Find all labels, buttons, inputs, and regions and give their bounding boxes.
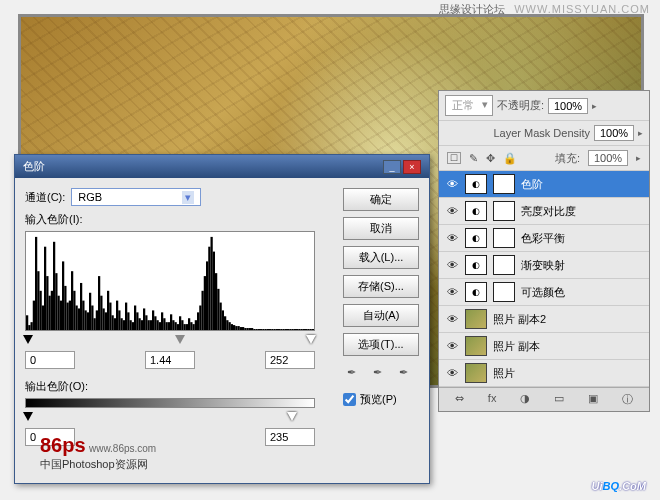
visibility-icon[interactable]: 👁	[445, 205, 459, 217]
svg-rect-107	[267, 329, 269, 330]
svg-rect-20	[71, 271, 73, 330]
svg-rect-70	[184, 324, 186, 330]
preview-checkbox[interactable]: 预览(P)	[343, 392, 419, 407]
svg-rect-36	[107, 291, 109, 330]
link-layers-icon[interactable]: ⇔	[455, 392, 464, 407]
visibility-icon[interactable]: 👁	[445, 232, 459, 244]
svg-rect-90	[229, 322, 231, 330]
input-sliders[interactable]	[25, 335, 315, 347]
auto-button[interactable]: 自动(A)	[343, 304, 419, 327]
svg-rect-76	[197, 312, 199, 330]
minimize-icon[interactable]: _	[383, 160, 401, 174]
output-sliders[interactable]	[25, 412, 315, 424]
fx-icon[interactable]: fx	[488, 392, 497, 407]
svg-rect-93	[235, 326, 237, 330]
close-icon[interactable]: ×	[403, 160, 421, 174]
visibility-icon[interactable]: 👁	[445, 340, 459, 352]
visibility-icon[interactable]: 👁	[445, 286, 459, 298]
layer-row[interactable]: 👁◐渐变映射	[439, 252, 649, 279]
mask-density-value[interactable]: 100%	[594, 125, 634, 141]
adjustment-icon[interactable]: ▭	[554, 392, 564, 407]
svg-rect-15	[60, 301, 62, 330]
svg-rect-124	[305, 329, 307, 330]
svg-rect-88	[224, 316, 226, 330]
lock-pixels-icon[interactable]: ☐	[447, 152, 461, 164]
mask-icon[interactable]: ◑	[520, 392, 530, 407]
svg-rect-22	[76, 306, 78, 331]
eyedropper-gray-icon[interactable]: ✒	[373, 366, 389, 382]
svg-rect-85	[217, 289, 219, 330]
blend-mode-select[interactable]: 正常	[445, 95, 493, 116]
options-button[interactable]: 选项(T)...	[343, 333, 419, 356]
save-button[interactable]: 存储(S)...	[343, 275, 419, 298]
eyedropper-black-icon[interactable]: ✒	[347, 366, 363, 382]
svg-rect-127	[312, 329, 314, 330]
input-levels-label: 输入色阶(I):	[25, 212, 333, 227]
svg-rect-64	[170, 314, 172, 330]
layer-row[interactable]: 👁◐色彩平衡	[439, 225, 649, 252]
svg-rect-101	[253, 329, 255, 330]
svg-rect-25	[82, 301, 84, 330]
layer-row[interactable]: 👁◐色阶	[439, 171, 649, 198]
channel-select[interactable]: RGB	[71, 188, 201, 206]
svg-rect-123	[303, 329, 305, 330]
svg-rect-23	[78, 308, 80, 330]
histogram	[25, 231, 315, 331]
opacity-arrow-icon[interactable]: ▸	[592, 101, 597, 111]
svg-rect-69	[181, 320, 183, 330]
svg-rect-96	[242, 327, 244, 330]
mask-thumb	[493, 174, 515, 194]
fill-arrow-icon[interactable]: ▸	[636, 153, 641, 163]
opacity-value[interactable]: 100%	[548, 98, 588, 114]
svg-rect-111	[276, 329, 278, 330]
visibility-icon[interactable]: 👁	[445, 178, 459, 190]
output-white-slider[interactable]	[287, 412, 297, 421]
input-gamma-field[interactable]	[145, 351, 195, 369]
fill-value[interactable]: 100%	[588, 150, 628, 166]
svg-rect-24	[80, 283, 82, 330]
mask-density-arrow-icon[interactable]: ▸	[638, 128, 643, 138]
visibility-icon[interactable]: 👁	[445, 313, 459, 325]
load-button[interactable]: 载入(L)...	[343, 246, 419, 269]
svg-rect-28	[89, 293, 91, 330]
svg-rect-114	[283, 329, 285, 330]
group-icon[interactable]: ▣	[588, 392, 598, 407]
layer-row[interactable]: 👁◐可选颜色	[439, 279, 649, 306]
input-black-field[interactable]	[25, 351, 75, 369]
channel-label: 通道(C):	[25, 190, 65, 205]
svg-rect-16	[62, 261, 64, 330]
layer-row[interactable]: 👁照片 副本	[439, 333, 649, 360]
dialog-titlebar[interactable]: 色阶 _ ×	[15, 155, 429, 178]
visibility-icon[interactable]: 👁	[445, 259, 459, 271]
gamma-slider[interactable]	[175, 335, 185, 344]
layer-name: 可选颜色	[521, 285, 643, 300]
watermark-uibq: UiBQ.CoM	[592, 476, 646, 494]
output-black-slider[interactable]	[23, 412, 33, 421]
output-black-field[interactable]	[25, 428, 75, 446]
layer-row[interactable]: 👁照片	[439, 360, 649, 387]
eyedropper-white-icon[interactable]: ✒	[399, 366, 415, 382]
svg-rect-84	[215, 273, 217, 330]
visibility-icon[interactable]: 👁	[445, 367, 459, 379]
svg-rect-44	[125, 303, 127, 330]
info-icon[interactable]: ⓘ	[622, 392, 633, 407]
cancel-button[interactable]: 取消	[343, 217, 419, 240]
svg-rect-3	[33, 301, 35, 330]
lock-move-icon[interactable]: ✥	[486, 152, 495, 165]
lock-all-icon[interactable]: 🔒	[503, 152, 517, 165]
svg-rect-119	[294, 329, 296, 330]
white-point-slider[interactable]	[306, 335, 316, 344]
svg-rect-73	[190, 322, 192, 330]
black-point-slider[interactable]	[23, 335, 33, 344]
lock-paint-icon[interactable]: ✎	[469, 152, 478, 165]
svg-rect-29	[91, 306, 93, 331]
output-white-field[interactable]	[265, 428, 315, 446]
layer-row[interactable]: 👁照片 副本2	[439, 306, 649, 333]
mask-density-label: Layer Mask Density	[445, 127, 590, 139]
svg-rect-40	[116, 301, 118, 330]
input-white-field[interactable]	[265, 351, 315, 369]
preview-checkbox-input[interactable]	[343, 393, 356, 406]
layer-name: 照片	[493, 366, 643, 381]
ok-button[interactable]: 确定	[343, 188, 419, 211]
layer-row[interactable]: 👁◐亮度对比度	[439, 198, 649, 225]
